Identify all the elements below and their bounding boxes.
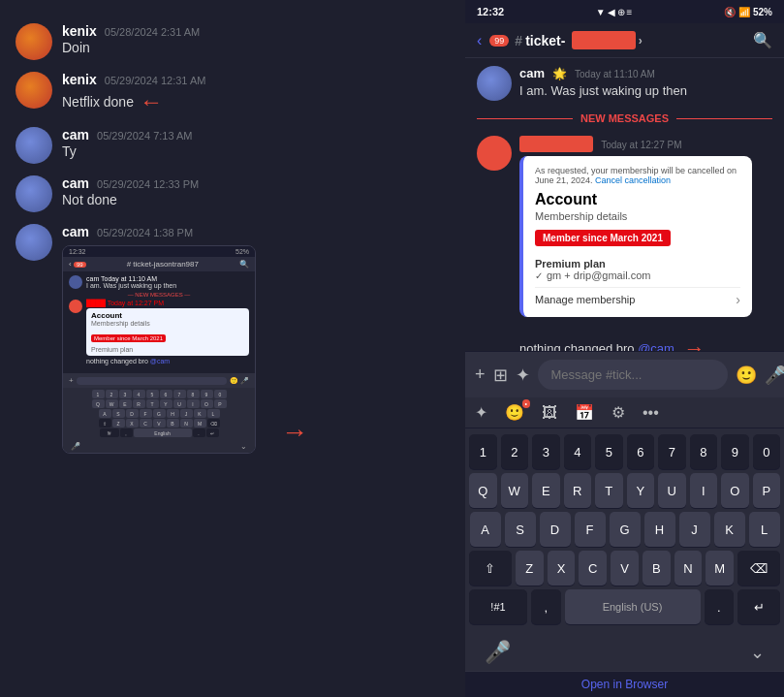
account-card: As requested, your membership will be ca…	[519, 156, 752, 317]
username: cam	[62, 127, 89, 143]
gear-action[interactable]: ⚙	[612, 403, 625, 422]
key-p[interactable]: P	[753, 473, 781, 508]
key-b[interactable]: B	[643, 551, 671, 586]
symbols-key[interactable]: !#1	[469, 589, 527, 624]
more-action[interactable]: •••	[643, 404, 659, 422]
mic-bar: 🎤 ⌄	[465, 634, 784, 671]
key-q[interactable]: Q	[469, 473, 497, 508]
comma-key[interactable]: ,	[531, 589, 561, 624]
key-w[interactable]: W	[501, 473, 529, 508]
shift-key[interactable]: ⇧	[469, 551, 512, 586]
key-r[interactable]: R	[564, 473, 592, 508]
chat-area[interactable]: cam 🌟 Today at 11:10 AM I am. Was just w…	[465, 58, 784, 351]
key-d[interactable]: D	[540, 512, 571, 547]
key-m[interactable]: M	[706, 551, 734, 586]
key-9[interactable]: 9	[721, 434, 749, 469]
backspace-key[interactable]: ⌫	[737, 551, 780, 586]
mic-icon[interactable]: 🎤	[485, 640, 511, 665]
key-g[interactable]: G	[610, 512, 641, 547]
mention: @cam	[638, 341, 674, 351]
open-in-browser-bar[interactable]: Open in Browser	[465, 671, 784, 697]
keyboard-row-asdf: A S D F G H J K L	[469, 512, 780, 547]
ss-status-bar: 12:32 52%	[63, 246, 255, 257]
timestamp: 05/28/2024 2:31 AM	[105, 26, 200, 38]
key-x[interactable]: X	[548, 551, 576, 586]
message-text: Doin	[62, 40, 450, 55]
chevron-down-icon[interactable]: ⌄	[750, 642, 765, 663]
message-body: cam 🌟 Today at 11:10 AM I am. Was just w…	[519, 66, 772, 100]
status-bar: 12:32 ▼ ◀ ⊕ ≡ 🔇 📶 52%	[465, 0, 784, 23]
username: kenix	[62, 23, 97, 39]
avatar	[16, 72, 52, 109]
key-i[interactable]: I	[690, 473, 718, 508]
key-s[interactable]: S	[505, 512, 536, 547]
image-action[interactable]: 🖼	[542, 404, 557, 422]
hash-icon: #	[515, 33, 522, 48]
period-key[interactable]: .	[705, 589, 735, 624]
message-body-nothing: nothing changed bro @cam →	[519, 336, 772, 351]
key-o[interactable]: O	[721, 473, 749, 508]
key-v[interactable]: V	[611, 551, 639, 586]
manage-membership-row[interactable]: Manage membership ›	[535, 287, 740, 307]
emoji-button[interactable]: 🙂	[736, 364, 757, 386]
key-c[interactable]: C	[579, 551, 607, 586]
emoji-action[interactable]: 🙂 •	[505, 403, 524, 422]
space-key[interactable]: English (US)	[565, 589, 701, 624]
return-key[interactable]: ↵	[737, 589, 780, 624]
key-2[interactable]: 2	[501, 434, 529, 469]
account-subtitle: Membership details	[535, 210, 740, 222]
username: cam	[519, 66, 545, 80]
message-input[interactable]	[538, 360, 728, 390]
calendar-action[interactable]: 📅	[575, 403, 594, 422]
message-text: I am. Was just waking up then	[519, 82, 772, 100]
netflix-badge: Member since March 2021	[535, 230, 671, 246]
key-z[interactable]: Z	[516, 551, 544, 586]
key-n[interactable]: N	[674, 551, 703, 586]
manage-text: Manage membership	[535, 294, 635, 305]
plus-button[interactable]: +	[475, 364, 486, 385]
message-header: cam 05/29/2024 1:38 PM	[62, 224, 450, 239]
premium-value: ✓ gm + drip@gmail.com	[535, 269, 740, 281]
table-row: cam 05/29/2024 12:33 PM Not done	[0, 170, 465, 218]
keyboard-row-numbers: 1 2 3 4 5 6 7 8 9 0	[469, 434, 780, 469]
channel-header: ‹ 99 # ticket- › 🔍	[465, 23, 784, 58]
key-5[interactable]: 5	[595, 434, 623, 469]
key-3[interactable]: 3	[532, 434, 560, 469]
new-messages-divider: NEW MESSAGES	[465, 109, 784, 128]
key-j[interactable]: J	[679, 512, 710, 547]
arrow-pointer: →	[281, 417, 308, 448]
key-u[interactable]: U	[658, 473, 686, 508]
grid-button[interactable]: ⊞	[493, 364, 508, 386]
divider-line-right	[676, 118, 772, 119]
search-button[interactable]: 🔍	[753, 31, 772, 49]
star-action[interactable]: ✦	[475, 403, 487, 422]
key-h[interactable]: H	[644, 512, 675, 547]
channel-header-left: ‹ 99 # ticket- ›	[477, 31, 643, 49]
ss-new-messages: — NEW MESSAGES —	[69, 292, 249, 298]
message-content: kenix 05/28/2024 2:31 AM Doin	[62, 23, 450, 55]
key-0[interactable]: 0	[753, 434, 781, 469]
timestamp: 05/29/2024 1:38 PM	[97, 227, 193, 238]
key-y[interactable]: Y	[627, 473, 655, 508]
key-l[interactable]: L	[749, 512, 780, 547]
key-t[interactable]: T	[595, 473, 623, 508]
back-button[interactable]: ‹	[477, 32, 482, 49]
key-1[interactable]: 1	[469, 434, 497, 469]
key-4[interactable]: 4	[564, 434, 592, 469]
key-7[interactable]: 7	[658, 434, 686, 469]
cancel-cancellation-link[interactable]: Cancel cancellation	[595, 175, 671, 185]
key-f[interactable]: F	[575, 512, 606, 547]
premium-label: Premium plan	[535, 258, 740, 269]
key-k[interactable]: K	[714, 512, 745, 547]
table-row: cam 05/29/2024 7:13 AM Ty	[0, 121, 465, 170]
sticker-button[interactable]: ✦	[516, 364, 530, 386]
key-8[interactable]: 8	[690, 434, 718, 469]
key-6[interactable]: 6	[627, 434, 655, 469]
avatar	[477, 66, 512, 101]
keyboard-row-zxcv: ⇧ Z X C V B N M ⌫	[469, 551, 780, 586]
key-a[interactable]: A	[470, 512, 501, 547]
mic-button[interactable]: 🎤	[765, 364, 784, 386]
key-e[interactable]: E	[532, 473, 560, 508]
table-row: kenix 05/29/2024 12:31 AM Netflix done ←	[0, 66, 465, 121]
message-header: kenix 05/28/2024 2:31 AM	[62, 23, 450, 39]
